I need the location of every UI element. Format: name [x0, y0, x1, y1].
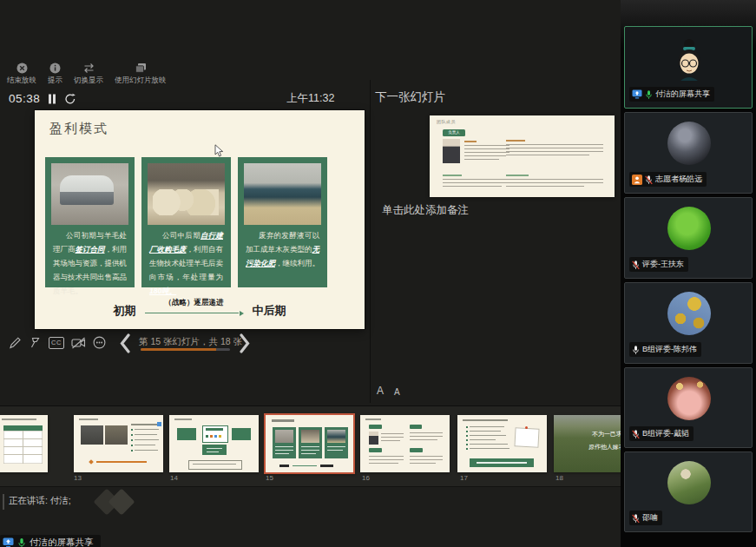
participant-tile-wangfudong[interactable]: 评委-王扶东: [624, 197, 753, 279]
volunteer-badge-icon: [632, 175, 642, 185]
preview-badge-leader: 负责人: [443, 129, 465, 136]
switch-display-button[interactable]: 切换显示: [74, 63, 103, 86]
filmstrip-thumbnail-14[interactable]: [169, 415, 259, 472]
filmstrip-thumbnail-16[interactable]: [360, 415, 450, 472]
use-slideshow-button[interactable]: 使用幻灯片放映: [115, 63, 167, 86]
filmstrip-thumbnail-18[interactable]: 不为一己求安乐 原作他人嫁衣裳: [554, 415, 621, 472]
next-slide-header: 下一张幻灯片: [375, 89, 445, 105]
timer-bar: 05:38: [9, 92, 76, 105]
mic-on-icon: [17, 537, 26, 547]
avatar-photo: [667, 377, 711, 420]
filmstrip-thumbnail-13[interactable]: [74, 415, 163, 472]
filmstrip-thumbnail-17[interactable]: [457, 415, 547, 472]
warehouse-photo: [148, 163, 225, 225]
card-early-stage: 公司初期与羊毛处理厂商签订合同，利用其场地与资源，提供机器与技术共同出售高品质羊…: [45, 157, 135, 287]
card-byproduct: 废弃的发酵液可以加工成草木灰类型的无污染化肥，继续利用。: [238, 157, 327, 287]
pause-timer-button[interactable]: [48, 94, 56, 104]
next-slide-preview[interactable]: 团队成员 负责人: [430, 115, 615, 197]
annotation-toolbar: CC: [9, 336, 106, 349]
filmstrip[interactable]: 不为一己求安乐 原作他人嫁衣裳 13 14 15 16 17 18: [0, 405, 621, 487]
thumb-number-16: 16: [362, 474, 370, 482]
participant-label: 志愿者杨皓远: [629, 172, 707, 187]
filmstrip-thumbnail-12[interactable]: [0, 415, 48, 472]
participant-name: B组评委-戴韬: [642, 428, 689, 439]
slide-title: 盈利模式: [49, 121, 108, 137]
speaking-accent: [3, 494, 4, 510]
timer-elapsed: 05:38: [9, 92, 40, 105]
mic-muted-icon: [632, 260, 640, 270]
pen-tool-button[interactable]: [9, 336, 22, 349]
screen-share-icon: [632, 89, 642, 99]
card-early-text: 公司初期与羊毛处理厂商签订合同，利用其场地与资源，提供机器与技术共同出售高品质羊…: [51, 228, 128, 298]
more-options-button[interactable]: [93, 336, 106, 349]
avatar-photo: [667, 207, 711, 250]
thumb-number-17: 17: [460, 474, 468, 482]
switch-arrows-icon: [82, 63, 95, 74]
laser-pointer-button[interactable]: [29, 336, 42, 349]
watermark-diamond-2: [108, 488, 135, 515]
end-show-button[interactable]: 结束放映: [7, 63, 36, 86]
card-mid-text: 公司中后期自行建厂收购毛废，利用自有生物技术处理羊毛后卖向市场，年处理量为180…: [148, 228, 225, 298]
slide-counter: 第 15 张幻灯片，共 18 张: [139, 336, 233, 348]
thumb-number-15: 15: [266, 474, 273, 482]
clock: 上午11:32: [286, 91, 334, 106]
timeline-end: 中后期: [253, 305, 286, 317]
participant-label: 评委-王扶东: [629, 257, 688, 272]
speaking-indicator: 正在讲话: 付洁;: [9, 495, 71, 507]
mic-on-icon: [645, 89, 653, 100]
end-show-label: 结束放映: [7, 76, 36, 86]
tank-photo: [244, 163, 321, 225]
previous-slide-button[interactable]: [119, 333, 131, 353]
subtitles-button[interactable]: CC: [49, 337, 64, 349]
participant-name: B组评委-陈邦伟: [642, 344, 697, 355]
status-bar: 正在讲话: 付洁; 付洁的屏幕共享: [0, 486, 621, 547]
slides-copy-icon: [135, 63, 147, 74]
tips-label: 提示: [48, 76, 62, 86]
participant-name: 志愿者杨皓远: [655, 174, 702, 185]
screen-share-icon: [3, 537, 14, 547]
participant-label: B组评委-戴韬: [629, 426, 694, 441]
next-slide-button[interactable]: [239, 333, 251, 353]
mic-muted-icon: [632, 429, 640, 439]
current-slide[interactable]: 盈利模式 公司初期与羊毛处理厂商签订合同，利用其场地与资源，提供机器与技术共同出…: [35, 110, 365, 329]
cartoon-avatar: [672, 37, 707, 81]
filmstrip-thumbnail-15-selected[interactable]: [264, 413, 355, 474]
screen-share-chip: 付洁的屏幕共享: [0, 535, 101, 547]
slide-progress-fill: [141, 348, 216, 351]
participant-name: 邵喃: [642, 512, 658, 524]
use-slideshow-label: 使用幻灯片放映: [115, 76, 167, 86]
machine-photo: [51, 163, 128, 225]
font-increase-button[interactable]: A: [377, 385, 384, 397]
mouse-cursor: [214, 144, 224, 158]
switch-display-label: 切换显示: [74, 76, 103, 86]
mic-muted-icon: [632, 513, 640, 524]
camera-off-button[interactable]: [71, 337, 86, 349]
participant-tile-daitao[interactable]: B组评委-戴韬: [624, 367, 753, 448]
avatar-photo: [667, 122, 711, 165]
avatar-photo: [667, 292, 711, 335]
thumb18-caption-line1: 不为一己求安乐: [592, 430, 621, 438]
participant-tile-yanghaoyuan[interactable]: 志愿者杨皓远: [624, 112, 753, 194]
participant-tile-chenbangwei[interactable]: B组评委-陈邦伟: [624, 282, 753, 364]
mic-muted-icon: [645, 175, 653, 185]
font-decrease-button[interactable]: A: [394, 387, 400, 397]
preview-slide-title: 团队成员: [437, 119, 456, 124]
card-byproduct-text: 废弃的发酵液可以加工成草木灰类型的无污染化肥，继续利用。: [244, 228, 321, 270]
participant-label: 邵喃: [629, 511, 662, 525]
screen-share-label: 付洁的屏幕共享: [30, 537, 94, 547]
tips-button[interactable]: 提示: [48, 63, 62, 86]
notes-placeholder[interactable]: 单击此处添加备注: [382, 203, 469, 218]
restart-timer-button[interactable]: [64, 93, 76, 105]
participant-tile-shaonan[interactable]: 邵喃: [624, 451, 753, 532]
info-icon: [49, 63, 61, 74]
stage-timeline: 初期 （战略）逐层递进 中后期: [35, 298, 365, 317]
participant-label: B组评委-陈邦伟: [629, 342, 701, 357]
timeline-arrow: （战略）逐层递进: [143, 298, 246, 317]
card-mid-stage: 公司中后期自行建厂收购毛废，利用自有生物技术处理羊毛后卖向市场，年处理量为180…: [141, 157, 231, 287]
participant-name: 评委-王扶东: [642, 259, 684, 270]
participant-label: 付洁的屏幕共享: [629, 87, 714, 102]
panel-divider: [370, 80, 371, 403]
timeline-label: （战略）逐层递进: [143, 298, 246, 308]
presenter-window: 结束放映 提示 切换显示 使用幻灯片放映 05:38 上午11:32 下一张幻灯…: [0, 0, 756, 547]
participant-tile-fujie-share[interactable]: 付洁的屏幕共享: [624, 26, 753, 109]
